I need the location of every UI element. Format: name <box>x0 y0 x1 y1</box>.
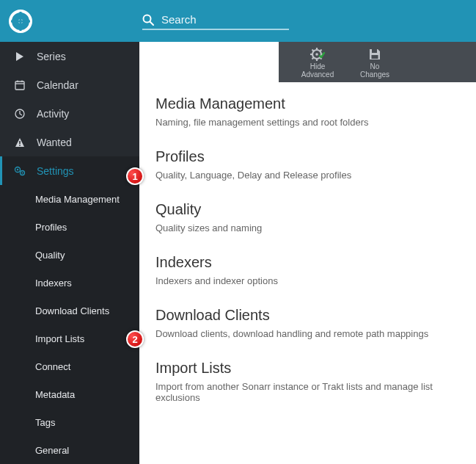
subnav-indexers[interactable]: Indexers <box>0 269 139 297</box>
section-desc: Download clients, download handling and … <box>155 328 460 339</box>
app-logo[interactable] <box>9 10 32 33</box>
save-icon <box>368 46 381 62</box>
section-import-lists[interactable]: Import Lists Import from another Sonarr … <box>155 360 460 403</box>
tool-label-line2: Changes <box>360 70 389 79</box>
nav-label: Activity <box>37 108 69 120</box>
subnav-download-clients[interactable]: Download Clients <box>0 297 139 325</box>
svg-line-28 <box>321 49 322 51</box>
section-title: Import Lists <box>155 360 460 377</box>
section-indexers[interactable]: Indexers Indexers and indexer options <box>155 254 460 286</box>
section-title: Download Clients <box>155 307 460 324</box>
main: Hide Advanced No Changes Media Managemen… <box>139 42 476 464</box>
nav-activity[interactable]: Activity <box>0 99 139 128</box>
settings-content: Media Management Naming, file management… <box>139 82 476 464</box>
svg-rect-30 <box>372 55 378 59</box>
subnav-import-lists[interactable]: Import Lists <box>0 325 139 352</box>
section-media-management[interactable]: Media Management Naming, file management… <box>155 95 460 128</box>
search-field[interactable] <box>142 12 289 30</box>
sidebar: Series Calendar Activity Wanted <box>0 42 139 464</box>
nav-label: Calendar <box>37 79 78 91</box>
search-input[interactable] <box>161 13 279 26</box>
section-profiles[interactable]: Profiles Quality, Language, Delay and Re… <box>155 148 460 181</box>
calendar-icon <box>13 80 26 90</box>
toolbar: Hide Advanced No Changes <box>279 42 476 82</box>
subnav-quality[interactable]: Quality <box>0 241 139 269</box>
play-icon <box>13 52 26 61</box>
alert-icon <box>13 137 26 148</box>
svg-marker-6 <box>16 52 23 61</box>
topbar <box>0 0 476 42</box>
section-desc: Naming, file management settings and roo… <box>155 117 460 128</box>
hide-advanced-button[interactable]: Hide Advanced <box>299 46 336 79</box>
nav-settings[interactable]: Settings <box>0 156 139 185</box>
svg-line-5 <box>150 21 154 25</box>
svg-rect-3 <box>20 12 22 31</box>
subnav-profiles[interactable]: Profiles <box>0 213 139 241</box>
gears-icon <box>13 166 26 176</box>
svg-rect-14 <box>19 145 21 146</box>
nav-label: Wanted <box>37 137 72 148</box>
section-download-clients[interactable]: Download Clients Download clients, downl… <box>155 307 460 339</box>
svg-point-20 <box>315 53 318 56</box>
section-desc: Import from another Sonarr instance or T… <box>155 381 460 403</box>
section-desc: Indexers and indexer options <box>155 275 460 286</box>
section-desc: Quality, Language, Delay and Release pro… <box>155 170 460 181</box>
annotation-marker-1: 1 <box>126 167 144 185</box>
section-title: Quality <box>155 201 460 218</box>
svg-line-25 <box>312 49 314 51</box>
section-quality[interactable]: Quality Quality sizes and naming <box>155 201 460 233</box>
nav-label: Settings <box>37 165 74 177</box>
subnav-media-management[interactable]: Media Management <box>0 185 139 213</box>
clock-icon <box>13 109 26 119</box>
section-title: Profiles <box>155 148 460 165</box>
section-desc: Quality sizes and naming <box>155 222 460 233</box>
subnav-general[interactable]: General <box>0 436 139 464</box>
annotation-marker-2: 2 <box>126 330 144 348</box>
subnav-metadata[interactable]: Metadata <box>0 380 139 408</box>
search-icon <box>142 14 154 26</box>
svg-point-18 <box>22 172 23 173</box>
no-changes-button[interactable]: No Changes <box>356 46 393 79</box>
subnav-connect[interactable]: Connect <box>0 352 139 380</box>
nav-wanted[interactable]: Wanted <box>0 128 139 156</box>
nav-series[interactable]: Series <box>0 42 139 70</box>
svg-rect-7 <box>15 81 24 90</box>
svg-line-27 <box>312 57 314 59</box>
tool-label-line1: No <box>370 62 380 70</box>
svg-rect-13 <box>19 141 21 144</box>
nav-calendar[interactable]: Calendar <box>0 70 139 99</box>
section-title: Media Management <box>155 95 460 112</box>
nav-label: Series <box>37 51 66 62</box>
tool-label-line1: Hide <box>310 62 326 70</box>
settings-submenu: Media Management Profiles Quality Indexe… <box>0 185 139 464</box>
gear-check-icon <box>310 46 326 62</box>
subnav-tags[interactable]: Tags <box>0 408 139 436</box>
section-title: Indexers <box>155 254 460 271</box>
svg-point-16 <box>17 168 18 170</box>
svg-rect-29 <box>372 49 377 53</box>
tool-label-line2: Advanced <box>301 70 334 79</box>
